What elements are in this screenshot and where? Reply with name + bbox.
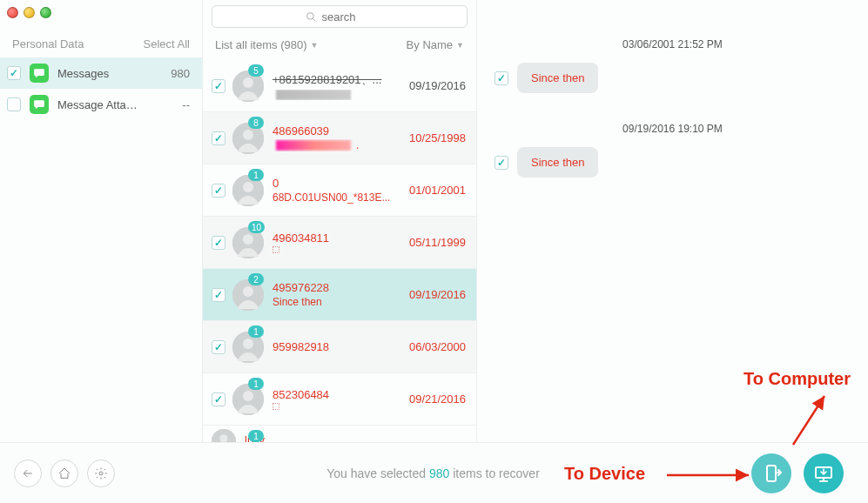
conversation-item[interactable]: 2495976228Since then09/19/2016 <box>203 269 476 321</box>
conversation-item[interactable]: 195998291806/03/2000 <box>203 321 476 373</box>
svg-point-0 <box>306 12 313 19</box>
sidebar-item-label: Messages <box>57 67 171 80</box>
unread-badge: 1 <box>248 169 264 181</box>
svg-point-3 <box>243 77 253 88</box>
messages-icon <box>30 95 49 114</box>
chevron-down-icon: ▼ <box>456 41 464 50</box>
svg-point-15 <box>243 391 253 401</box>
window-controls <box>7 7 51 18</box>
unread-badge: 10 <box>248 221 265 233</box>
search-field[interactable] <box>322 10 374 23</box>
chevron-down-icon: ▼ <box>310 41 318 50</box>
unread-badge: 1 <box>248 378 264 390</box>
minimize-icon[interactable] <box>24 7 35 18</box>
conversation-date: 09/19/2016 <box>409 79 466 92</box>
conversation-item[interactable]: 1lucy <box>203 426 476 442</box>
checkbox-icon[interactable] <box>212 79 225 93</box>
sort-by-dropdown[interactable]: By Name▼ <box>407 38 464 51</box>
message-bubble[interactable]: Since then <box>517 63 598 93</box>
conversation-date: 06/03/2000 <box>409 340 466 353</box>
conversation-title: lucy <box>245 433 466 443</box>
unread-badge: 2 <box>248 273 264 285</box>
annotation-to-device: To Device <box>564 464 645 484</box>
sidebar-item-count: 980 <box>171 67 190 80</box>
checkbox-icon[interactable] <box>212 288 225 302</box>
phone-export-icon <box>761 463 782 484</box>
arrow-to-computer <box>788 389 831 450</box>
conversation-title: +8615928819201、... <box>273 72 404 88</box>
conversation-title: 495976228 <box>273 281 404 294</box>
checkbox-icon[interactable] <box>495 156 508 170</box>
svg-line-1 <box>313 18 315 21</box>
filter-items-dropdown[interactable]: List all items (980)▼ <box>215 38 318 51</box>
conversation-list[interactable]: 5+8615928819201、...09/19/20168486966039.… <box>203 60 476 442</box>
search-icon <box>306 11 317 23</box>
svg-point-9 <box>243 234 253 245</box>
timestamp: 03/06/2001 21:52 PM <box>495 38 851 50</box>
settings-button[interactable] <box>87 459 115 487</box>
conversation-item[interactable]: 5+8615928819201、...09/19/2016 <box>203 60 476 112</box>
conversation-date: 10/25/1998 <box>409 131 466 144</box>
close-icon[interactable] <box>7 7 18 18</box>
checkbox-icon[interactable] <box>212 131 225 145</box>
sidebar-item-messages[interactable]: Messages 980 <box>0 57 202 89</box>
conversation-item[interactable]: 1068D.C01USN00_*813E...01/01/2001 <box>203 164 476 217</box>
conversation-column: List all items (980)▼ By Name▼ 5+8615928… <box>202 0 477 442</box>
status-text: You have selected 980 items to recover <box>115 466 751 480</box>
conversation-title: 496034811 <box>273 231 404 245</box>
conversation-item[interactable]: 1049603481105/11/1999 <box>203 217 476 269</box>
home-button[interactable] <box>50 459 78 487</box>
zoom-icon[interactable] <box>40 7 51 18</box>
unread-badge: 8 <box>248 117 264 129</box>
svg-point-19 <box>99 472 103 475</box>
conversation-item[interactable]: 8486966039.10/25/1998 <box>203 112 476 164</box>
avatar-icon <box>212 429 236 442</box>
message-row: Since then <box>495 63 851 93</box>
arrow-to-device <box>662 466 757 484</box>
sidebar-item-count: -- <box>182 98 190 111</box>
conversation-date: 05/11/1999 <box>409 236 466 249</box>
search-input[interactable] <box>212 5 468 28</box>
checkbox-icon[interactable] <box>212 392 225 406</box>
home-icon <box>57 466 71 480</box>
computer-export-icon <box>813 463 834 484</box>
svg-line-24 <box>793 396 824 445</box>
unread-badge: 5 <box>248 64 264 77</box>
conversation-date: 09/19/2016 <box>409 288 466 301</box>
svg-point-11 <box>243 286 253 297</box>
checkbox-icon[interactable] <box>7 97 21 111</box>
checkbox-icon[interactable] <box>7 66 21 80</box>
svg-rect-20 <box>767 466 776 481</box>
select-all-link[interactable]: Select All <box>144 37 190 50</box>
back-button[interactable] <box>14 459 42 487</box>
checkbox-icon[interactable] <box>212 340 225 354</box>
annotation-to-computer: To Computer <box>744 369 851 389</box>
conversation-date: 01/01/2001 <box>409 184 466 197</box>
sidebar-header: Personal Data <box>12 37 84 50</box>
messages-icon <box>30 64 49 83</box>
gear-icon <box>94 466 108 480</box>
sidebar-item-attachments[interactable]: Message Atta… -- <box>0 89 202 120</box>
svg-point-13 <box>243 339 253 349</box>
checkbox-icon[interactable] <box>212 236 225 250</box>
conversation-date: 09/21/2016 <box>409 392 466 406</box>
conversation-title: 959982918 <box>273 340 404 353</box>
sidebar: Personal Data Select All Messages 980 Me… <box>0 30 202 120</box>
checkbox-icon[interactable] <box>495 71 508 85</box>
back-icon <box>21 466 35 480</box>
conversation-title: 486966039 <box>273 124 404 137</box>
message-bubble[interactable]: Since then <box>517 147 598 178</box>
checkbox-icon[interactable] <box>212 184 225 198</box>
message-row: Since then <box>495 147 851 178</box>
timestamp: 09/19/2016 19:10 PM <box>495 123 851 135</box>
conversation-title: 0 <box>273 177 404 190</box>
svg-point-5 <box>243 130 253 140</box>
unread-badge: 1 <box>248 430 264 442</box>
unread-badge: 1 <box>248 325 264 338</box>
export-to-computer-button[interactable] <box>804 453 844 493</box>
sidebar-item-label: Message Atta… <box>57 98 182 111</box>
conversation-item[interactable]: 185230648409/21/2016 <box>203 373 476 426</box>
svg-point-7 <box>243 182 253 192</box>
conversation-title: 852306484 <box>273 388 404 401</box>
